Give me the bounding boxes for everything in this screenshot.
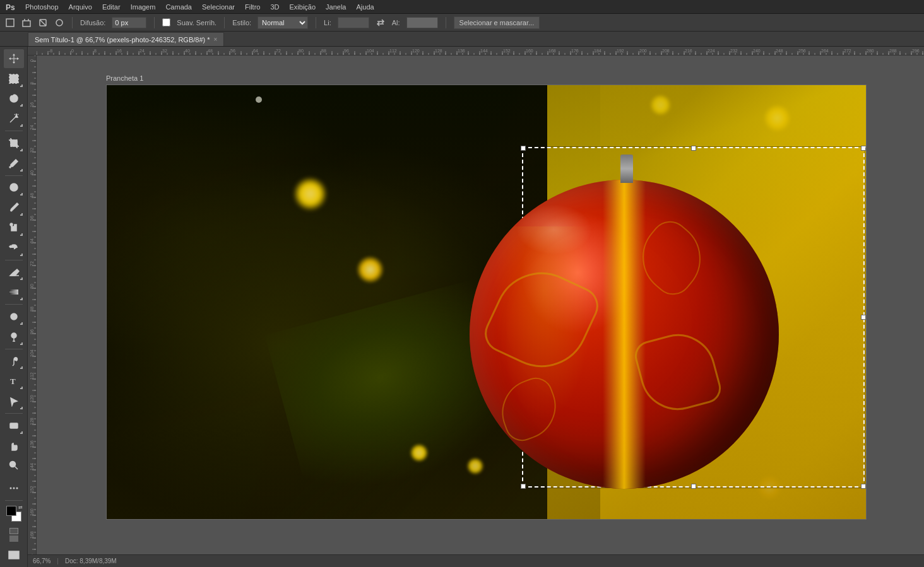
svg-point-42 — [16, 488, 18, 489]
menu-item-editar[interactable]: Editar — [97, 2, 126, 12]
options-tool-icon-3[interactable] — [38, 18, 48, 28]
tool-text[interactable]: T — [4, 371, 24, 390]
menu-item-ajuda[interactable]: Ajuda — [351, 2, 379, 12]
tool-eyedropper[interactable] — [4, 154, 24, 173]
ornament-highlight — [516, 204, 592, 255]
menu-item-imagem[interactable]: Imagem — [126, 2, 161, 12]
horizontal-ruler — [28, 47, 924, 56]
select-mask-button[interactable]: Selecionar e mascarar... — [454, 16, 540, 29]
tool-crop[interactable] — [4, 134, 24, 153]
tool-lasso-arrow — [20, 104, 23, 107]
quick-mask-icon[interactable] — [9, 535, 18, 542]
app-icon[interactable]: Ps — [4, 1, 16, 13]
tool-pen-arrow — [20, 366, 23, 369]
ornament-hook — [620, 155, 633, 183]
options-tool-icon-4[interactable] — [54, 18, 64, 28]
document-tab[interactable]: Sem Título-1 @ 66,7% (pexels-photo-24635… — [28, 32, 224, 46]
svg-rect-3 — [23, 21, 30, 26]
menu-item-camada[interactable]: Camada — [160, 2, 197, 12]
diffusion-label: Difusão: — [80, 19, 105, 26]
standard-mode-icon[interactable] — [9, 528, 18, 534]
tool-healing-arrow — [20, 193, 23, 196]
tool-dodge-arrow — [20, 342, 23, 345]
screen-mode-button[interactable] — [4, 546, 24, 564]
zoom-level: 66,7% — [33, 558, 50, 564]
tool-lasso[interactable] — [4, 90, 24, 108]
svg-point-41 — [13, 488, 15, 489]
quick-mask-toggle[interactable] — [4, 525, 24, 544]
tool-dodge[interactable] — [4, 327, 24, 346]
tool-blur-arrow — [20, 322, 23, 325]
svg-rect-34 — [10, 423, 18, 428]
artboard-label: Prancheta 1 — [106, 74, 867, 82]
tool-hand[interactable] — [4, 436, 24, 455]
tool-extra[interactable] — [4, 479, 24, 498]
ornament-stripe — [603, 180, 646, 489]
vertical-ruler — [28, 56, 37, 567]
tool-gradient[interactable] — [4, 283, 24, 301]
tool-separator-6 — [5, 413, 23, 414]
tool-separator-4 — [5, 304, 23, 305]
tab-bar: Sem Título-1 @ 66,7% (pexels-photo-24635… — [0, 32, 924, 47]
ruler-v-canvas — [28, 56, 37, 567]
width-label: Li: — [324, 19, 331, 26]
fg-color-swatch[interactable] — [6, 506, 16, 516]
bokeh-1 — [293, 177, 328, 211]
menu-item-photoshop[interactable]: Photoshop — [20, 2, 64, 12]
status-bar: 66,7% | Doc: 8,39M/8,39M — [28, 554, 924, 567]
swap-icon[interactable] — [376, 18, 386, 28]
menu-item-exibio[interactable]: Exibição — [284, 2, 321, 12]
swap-colors-icon[interactable]: ⇄ — [18, 505, 23, 510]
height-input[interactable] — [406, 17, 438, 28]
svg-point-29 — [11, 333, 16, 338]
options-tool-icon-1[interactable] — [5, 18, 15, 28]
menu-item-3d[interactable]: 3D — [265, 2, 284, 12]
tool-eraser[interactable] — [4, 263, 24, 282]
tool-wand[interactable] — [4, 109, 24, 128]
menu-item-arquivo[interactable]: Arquivo — [64, 2, 97, 12]
menu-item-janela[interactable]: Janela — [321, 2, 351, 12]
style-select[interactable]: Normal Fixed Ratio Fixed Size — [258, 16, 308, 29]
ornament-ball — [470, 180, 779, 489]
ruler-h-canvas — [37, 47, 924, 56]
document-canvas-area[interactable]: Prancheta 1 — [37, 56, 924, 554]
tool-clone[interactable] — [4, 218, 24, 237]
svg-rect-14 — [11, 140, 17, 146]
tool-history[interactable] — [4, 238, 24, 257]
svg-point-28 — [12, 315, 16, 319]
tool-marquee[interactable] — [4, 69, 24, 88]
tool-separator-2 — [5, 175, 23, 176]
separator-4 — [316, 17, 316, 28]
options-tool-icon-2[interactable] — [21, 18, 32, 28]
tool-move[interactable] — [4, 49, 24, 68]
tool-shape-arrow — [20, 431, 23, 434]
left-toolbar: T — [0, 47, 28, 567]
doc-size: Doc: 8,39M/8,39M — [65, 558, 117, 564]
color-swatches[interactable]: ⇄ — [4, 503, 24, 525]
tool-wand-arrow — [20, 124, 23, 127]
tool-blur[interactable] — [4, 307, 24, 326]
tool-path-select[interactable] — [4, 392, 24, 411]
svg-line-32 — [13, 365, 14, 366]
svg-line-37 — [15, 467, 18, 470]
style-label: Estilo: — [232, 19, 251, 26]
tool-brush[interactable] — [4, 198, 24, 217]
svg-rect-43 — [9, 551, 19, 559]
document-canvas[interactable] — [106, 85, 867, 520]
tool-separator-7 — [5, 500, 23, 501]
menu-item-selecionar[interactable]: Selecionar — [197, 2, 240, 12]
anti-alias-checkbox[interactable] — [162, 18, 170, 26]
tool-shape[interactable] — [4, 416, 24, 435]
svg-rect-2 — [6, 19, 14, 26]
svg-point-8 — [56, 20, 62, 26]
tool-healing[interactable] — [4, 178, 24, 197]
menu-item-filtro[interactable]: Filtro — [240, 2, 265, 12]
tool-pen[interactable] — [4, 352, 24, 371]
tab-close-button[interactable]: × — [214, 36, 218, 43]
tool-brush-arrow — [20, 213, 23, 216]
diffusion-input[interactable] — [112, 17, 146, 28]
tool-zoom[interactable] — [4, 456, 24, 475]
width-input[interactable] — [338, 17, 369, 28]
svg-point-16 — [9, 167, 11, 168]
menu-items-container: PhotoshopArquivoEditarImagemCamadaSeleci… — [20, 2, 379, 12]
